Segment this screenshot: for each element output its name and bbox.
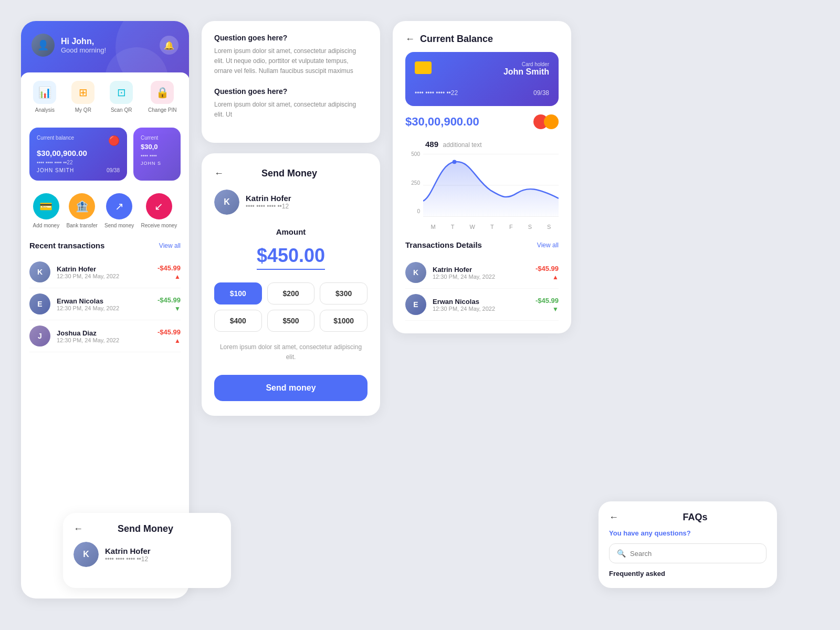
amount-500-button[interactable]: $500 (267, 310, 315, 332)
chart-x-labels: M T W T F S S (423, 224, 559, 230)
secondary-card[interactable]: Current $30,0 •••• •••• JOHN S (133, 128, 181, 181)
bottom-recipient-card: •••• •••• •••• ••12 (105, 555, 151, 563)
right-column: ← Current Balance Card holder John Smith… (393, 21, 571, 333)
chart-peak-value: 489 (425, 140, 438, 149)
analysis-label: Analysis (35, 107, 55, 113)
amount-100-button[interactable]: $100 (214, 282, 262, 304)
send-money-panel: ← Send Money K Katrin Hofer •••• •••• ••… (202, 153, 380, 416)
amount-200-button[interactable]: $200 (267, 282, 315, 304)
bottom-recipient-avatar: K (74, 542, 99, 567)
faq-top-panel: Question goes here? Lorem ipsum dolor si… (202, 21, 380, 143)
txn-name-1: Katrin Hofer (57, 265, 151, 273)
money-actions: 💳 Add money 🏦 Bank transfer ↗ Send money… (21, 187, 189, 235)
faq-search-box[interactable]: 🔍 (609, 543, 766, 563)
current-balance-panel: ← Current Balance Card holder John Smith… (393, 21, 571, 333)
faq-back-button[interactable]: ← (609, 512, 618, 523)
recent-tx-title: Recent transactions (29, 241, 104, 250)
notification-button[interactable]: 🔔 (160, 36, 178, 55)
bank-transfer-label: Bank transfer (66, 223, 97, 228)
amount-300-button[interactable]: $300 (320, 282, 368, 304)
send-money-back-button[interactable]: ← (214, 168, 224, 179)
recent-tx-view-all[interactable]: View all (159, 242, 181, 249)
td-name-1: Katrin Hofer (433, 266, 529, 274)
table-row: K Katrin Hofer 12:30 PM, 24 May, 2022 -$… (29, 256, 181, 288)
txn-date-1: 12:30 PM, 24 May, 2022 (57, 273, 151, 279)
txn-date-2: 12:30 PM, 24 May, 2022 (57, 305, 151, 311)
td-avatar-erwan: E (405, 294, 426, 315)
change-pin-label: Change PIN (148, 107, 176, 113)
action-change-pin[interactable]: 🔒 Change PIN (148, 81, 176, 113)
recipient-card-number: •••• •••• •••• ••12 (246, 203, 291, 210)
analysis-icon: 📊 (33, 81, 56, 104)
mc-orange-circle (544, 114, 559, 129)
bottom-recipient-row: K Katrin Hofer •••• •••• •••• ••12 (74, 542, 220, 567)
faq-sub-heading: You have any questions? (609, 529, 766, 537)
send-money-button[interactable]: Send money (214, 375, 368, 401)
amount-1000-button[interactable]: $1000 (320, 310, 368, 332)
action-analysis[interactable]: 📊 Analysis (33, 81, 56, 113)
faq-search-input[interactable] (630, 550, 759, 558)
chart-x-f: F (509, 224, 513, 230)
mastercard-icon: 🔴 (108, 135, 120, 146)
td-title: Transactions Details (405, 240, 482, 249)
add-money-action[interactable]: 💳 Add money (33, 193, 60, 228)
balance-amount-row: $30,00,900.00 (405, 114, 559, 129)
amount-400-button[interactable]: $400 (214, 310, 262, 332)
card-holder-name: JOHN SMITH (37, 167, 74, 173)
txn-avatar-erwan: E (29, 293, 50, 314)
chart-x-t1: T (451, 224, 455, 230)
card-expiry: 09/38 (533, 89, 549, 97)
transactions-details: Transactions Details View all K Katrin H… (405, 240, 559, 321)
faq-bottom-panel: ← FAQs You have any questions? 🔍 Frequen… (598, 501, 777, 588)
txn-name-3: Joshua Diaz (57, 329, 151, 337)
bottom-send-money-panel: ← Send Money K Katrin Hofer •••• •••• ••… (63, 513, 231, 588)
scan-qr-label: Scan QR (111, 107, 132, 113)
txn-avatar-joshua: J (29, 326, 50, 346)
td-view-all[interactable]: View all (537, 242, 559, 249)
faq-question-1: Question goes here? (214, 34, 368, 42)
send-money-title: Send Money (232, 168, 346, 179)
cards-section: Current balance 🔴 $30,00,900.00 •••• •••… (21, 121, 189, 187)
bank-transfer-action[interactable]: 🏦 Bank transfer (66, 193, 97, 228)
action-scan-qr[interactable]: ⊡ Scan QR (110, 81, 133, 113)
balance-title: Current Balance (420, 34, 493, 45)
greeting-name: Hi John, (61, 37, 106, 46)
receive-money-action[interactable]: ↙ Receive money (141, 193, 177, 228)
user-avatar: 👤 (32, 34, 55, 57)
chart-x-s1: S (528, 224, 532, 230)
virtual-card: Card holder John Smith •••• •••• •••• ••… (405, 52, 559, 106)
card2-name: JOHN S (141, 161, 173, 166)
send-money-action[interactable]: ↗ Send money (104, 193, 134, 228)
bottom-recipient-name: Katrin Hofer (105, 547, 151, 555)
bottom-send-back-button[interactable]: ← (74, 523, 83, 534)
card-expiry: 09/38 (107, 167, 120, 173)
card2-dots: •••• •••• (141, 153, 173, 159)
recipient-name: Katrin Hofer (246, 194, 291, 203)
td-amount-1: -$45.99 (536, 265, 559, 272)
td-name-2: Erwan Nicolas (433, 298, 529, 306)
td-arrow-up-icon: ▲ (552, 274, 559, 281)
greeting-sub: Good morning! (61, 46, 106, 54)
chart-x-t2: T (490, 224, 494, 230)
faq-question-2: Question goes here? (214, 87, 368, 96)
primary-card[interactable]: Current balance 🔴 $30,00,900.00 •••• •••… (29, 128, 127, 181)
receive-money-icon: ↙ (146, 193, 172, 219)
card-dots: •••• •••• •••• ••22 (37, 160, 120, 165)
card-holder-label: Card holder (503, 61, 549, 67)
chart-y-0: 0 (405, 208, 420, 214)
amount-display[interactable]: $450.00 (257, 245, 325, 270)
balance-back-button[interactable]: ← (405, 34, 415, 45)
faq-answer-1: Lorem ipsum dolor sit amet, consectetur … (214, 46, 368, 77)
action-my-qr[interactable]: ⊞ My QR (71, 81, 94, 113)
table-row: J Joshua Diaz 12:30 PM, 24 May, 2022 -$4… (29, 320, 181, 352)
td-avatar-katrin: K (405, 262, 426, 283)
search-icon: 🔍 (617, 549, 626, 558)
bell-icon: 🔔 (164, 40, 174, 50)
chart-y-250: 250 (405, 180, 420, 186)
send-note: Lorem ipsum dolor sit amet, consectetur … (214, 342, 368, 362)
table-row: E Erwan Nicolas 12:30 PM, 24 May, 2022 -… (405, 289, 559, 321)
recent-transactions: Recent transactions View all K Katrin Ho… (21, 235, 189, 359)
send-money-label: Send money (104, 223, 134, 228)
table-row: K Katrin Hofer 12:30 PM, 24 May, 2022 -$… (405, 257, 559, 289)
recipient-row: K Katrin Hofer •••• •••• •••• ••12 (214, 190, 368, 215)
